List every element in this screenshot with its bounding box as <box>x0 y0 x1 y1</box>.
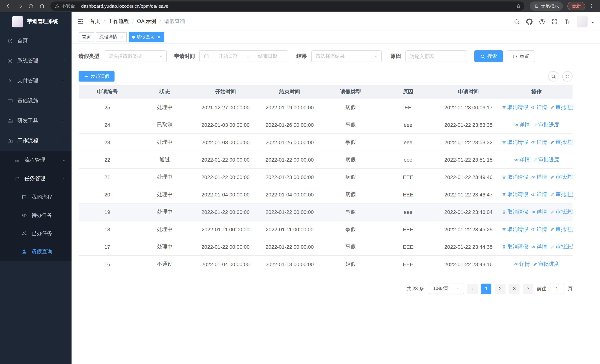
result-select[interactable]: 请选择流结果 <box>311 50 382 62</box>
browser-home-button[interactable] <box>37 1 47 11</box>
url-text[interactable]: dashboard.yudao.iocoder.cn/bpm/oa/leave <box>81 3 511 9</box>
search-button[interactable]: 搜索 <box>474 50 503 62</box>
sidebar-item-infrastructure[interactable]: 基础设施 <box>0 91 72 111</box>
cancel-leave-link[interactable]: 取消请假 <box>502 208 528 215</box>
security-indicator[interactable]: 不安全 <box>55 3 75 9</box>
table-row[interactable]: 21处理中2022-01-22 00:00:002022-01-23 00:00… <box>79 168 572 186</box>
detail-link[interactable]: 详情 <box>531 191 547 198</box>
progress-link[interactable]: 审批进度 <box>550 243 572 250</box>
tab-close-icon[interactable] <box>120 35 123 39</box>
gear-icon <box>7 58 13 64</box>
create-leave-button[interactable]: 发起请假 <box>79 71 114 82</box>
table-row[interactable]: 24已取消2022-01-03 00:00:002022-01-26 00:00… <box>79 116 572 133</box>
detail-link[interactable]: 详情 <box>531 243 547 250</box>
page-number-2[interactable]: 2 <box>495 283 506 294</box>
github-icon[interactable] <box>526 18 533 25</box>
page-number-1[interactable]: 1 <box>481 283 491 294</box>
browser-menu-button[interactable] <box>587 1 596 11</box>
sidebar-item-leave-query[interactable]: 请假查询 <box>0 243 72 261</box>
fullscreen-icon[interactable] <box>552 18 558 25</box>
cancel-leave-link[interactable]: 取消请假 <box>502 174 528 180</box>
detail-link[interactable]: 详情 <box>531 104 547 111</box>
table-row[interactable]: 23处理中2022-01-03 00:00:002022-01-26 00:00… <box>79 133 572 151</box>
cell-apply-time: 2022-01-22 23:53:32 <box>437 133 500 151</box>
sidebar-item-workflow[interactable]: 工作流程 <box>0 131 72 151</box>
reset-button[interactable]: 重置 <box>506 50 535 62</box>
cell-end-time: 2022-01-22 00:00:00 <box>258 151 322 168</box>
cancel-leave-link[interactable]: 取消请假 <box>502 139 528 146</box>
leave-type-select[interactable]: 请选择请假类型 <box>104 50 167 62</box>
reset-button-label: 重置 <box>520 53 529 60</box>
cancel-leave-link[interactable]: 取消请假 <box>502 243 528 250</box>
tab-leave-query[interactable]: 请假查询 <box>129 32 164 42</box>
sidebar-item-todo-tasks[interactable]: 待办任务 <box>0 206 72 224</box>
table-row[interactable]: 20处理中2022-01-04 00:00:002022-01-04 00:00… <box>79 186 572 203</box>
sidebar-item-system-management[interactable]: 系统管理 <box>0 51 72 71</box>
detail-link[interactable]: 详情 <box>531 139 547 146</box>
browser-update-button[interactable]: 更新 <box>567 2 585 10</box>
apply-time-range-picker[interactable]: 开始日期 - 结束日期 <box>199 50 288 62</box>
bookmark-star-icon[interactable] <box>514 2 523 10</box>
help-icon[interactable] <box>539 18 545 25</box>
font-size-icon[interactable] <box>564 18 570 25</box>
next-page-button[interactable] <box>523 283 533 294</box>
chevron-up-icon <box>62 177 66 181</box>
breadcrumb-item[interactable]: 首页 <box>90 18 100 25</box>
table-row[interactable]: 22通过2022-01-22 00:00:002022-01-22 00:00:… <box>79 151 572 168</box>
sidebar-item-dev-tools[interactable]: 研发工具 <box>0 111 72 131</box>
table-row[interactable]: 17处理中2022-01-22 00:00:002022-01-22 00:00… <box>79 238 572 255</box>
browser-forward-button[interactable] <box>15 1 24 11</box>
search-icon[interactable] <box>514 18 520 25</box>
sidebar-item-home[interactable]: 首页 <box>0 31 72 51</box>
detail-link[interactable]: 详情 <box>514 121 530 128</box>
sidebar-item-task-management[interactable]: 任务管理 <box>0 169 72 188</box>
cancel-leave-link[interactable]: 取消请假 <box>502 226 528 233</box>
table-row[interactable]: 16不通过2022-01-04 00:00:002022-01-13 00:00… <box>79 255 572 273</box>
prev-page-button[interactable] <box>467 283 478 294</box>
sidebar-item-process-management[interactable]: 流程管理 <box>0 151 72 169</box>
table-row[interactable]: 19处理中2022-01-22 00:00:002022-01-22 00:00… <box>79 203 572 221</box>
progress-link[interactable]: 审批进度 <box>533 121 559 128</box>
breadcrumb-item[interactable]: 工作流程 <box>108 18 129 25</box>
detail-link[interactable]: 详情 <box>531 226 547 233</box>
browser-reload-button[interactable] <box>26 1 36 11</box>
sidebar-item-done-tasks[interactable]: 已办任务 <box>0 224 72 243</box>
table-row[interactable]: 18处理中2022-01-11 00:00:002022-01-11 00:00… <box>79 221 572 238</box>
tab-close-icon[interactable] <box>157 35 161 39</box>
tab-process-detail[interactable]: 流程详情 <box>96 32 127 42</box>
goto-page-input[interactable] <box>550 283 564 294</box>
toggle-search-button[interactable] <box>548 71 559 82</box>
refresh-table-button[interactable] <box>562 71 572 82</box>
sidebar-toggle-button[interactable] <box>77 18 84 25</box>
progress-link[interactable]: 审批进度 <box>550 226 572 233</box>
progress-link[interactable]: 审批进度 <box>550 104 572 111</box>
cancel-leave-link[interactable]: 取消请假 <box>502 191 528 198</box>
table-row[interactable]: 25处理中2021-12-27 00:00:002022-01-19 00:00… <box>79 99 572 116</box>
progress-link[interactable]: 审批进度 <box>550 139 572 146</box>
progress-link[interactable]: 审批进度 <box>550 191 572 198</box>
breadcrumb-item: 请假查询 <box>164 18 185 25</box>
progress-link[interactable]: 审批进度 <box>533 261 559 267</box>
start-date-placeholder[interactable]: 开始日期 <box>211 53 245 60</box>
progress-link[interactable]: 审批进度 <box>550 174 572 180</box>
detail-link[interactable]: 详情 <box>514 261 530 267</box>
cancel-leave-link[interactable]: 取消请假 <box>502 104 528 111</box>
page-number-3[interactable]: 3 <box>509 283 520 294</box>
browser-back-button[interactable] <box>4 1 13 11</box>
sidebar-item-payment-management[interactable]: 支付管理 <box>0 71 72 91</box>
breadcrumb-item[interactable]: OA 示例 <box>137 18 156 25</box>
reason-input[interactable] <box>410 54 463 59</box>
user-avatar[interactable] <box>577 16 588 27</box>
detail-link[interactable]: 详情 <box>514 156 530 163</box>
cell-start-time: 2022-01-04 00:00:00 <box>193 186 258 203</box>
address-bar[interactable]: 不安全 dashboard.yudao.iocoder.cn/bpm/oa/le… <box>50 1 525 11</box>
progress-link[interactable]: 审批进度 <box>550 208 572 215</box>
progress-link[interactable]: 审批进度 <box>533 156 559 163</box>
tab-home[interactable]: 首页 <box>79 32 94 42</box>
end-date-placeholder[interactable]: 结束日期 <box>251 53 285 60</box>
detail-link[interactable]: 详情 <box>531 174 547 180</box>
detail-link[interactable]: 详情 <box>531 208 547 215</box>
page-size-select[interactable]: 10条/页 <box>429 283 464 294</box>
app-logo[interactable]: 芋道管理系统 <box>0 12 72 31</box>
sidebar-item-my-process[interactable]: 我的流程 <box>0 188 72 206</box>
